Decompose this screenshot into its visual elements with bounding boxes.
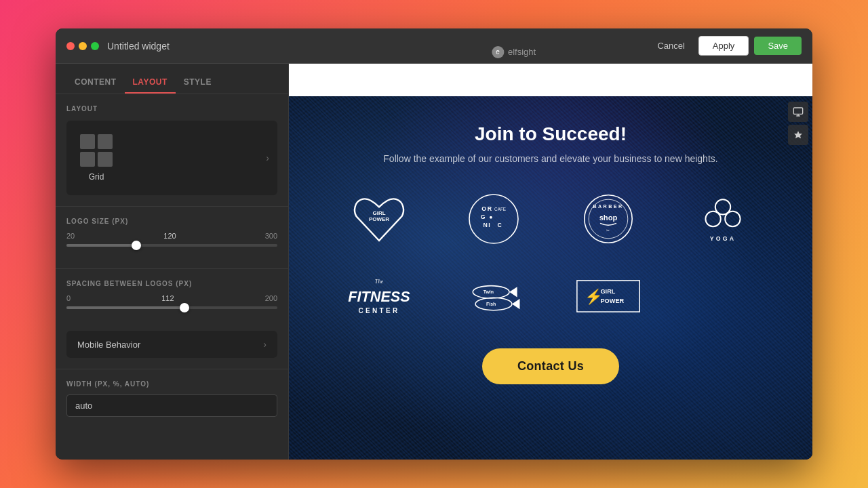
tab-layout[interactable]: LAYOUT — [125, 72, 176, 94]
grid-cell — [98, 134, 113, 149]
svg-rect-0 — [793, 108, 802, 114]
elfsight-logo-icon: e — [492, 46, 504, 58]
preview-header-bar — [289, 64, 812, 96]
logo-size-values: 20 120 300 — [66, 232, 277, 240]
minimize-button[interactable] — [79, 42, 87, 50]
svg-marker-25 — [509, 287, 517, 297]
svg-text:CAFE: CAFE — [494, 207, 506, 211]
mobile-behavior-label: Mobile Behavior — [77, 340, 140, 350]
tab-content[interactable]: CONTENT — [66, 72, 125, 94]
logo-item-yoga: YOGA — [673, 188, 772, 249]
logo-size-slider[interactable] — [66, 244, 277, 247]
mobile-behavior-row[interactable]: Mobile Behavior › — [66, 331, 277, 358]
svg-text:shop: shop — [599, 214, 617, 222]
layout-section: LAYOUT Grid › — [56, 94, 288, 206]
settings-view-button[interactable] — [788, 125, 808, 145]
logo-item-fitness: The FITNESS CENTER — [330, 266, 428, 327]
logo-size-fill — [66, 244, 136, 247]
svg-text:✂: ✂ — [606, 228, 610, 232]
layout-grid-container[interactable]: Grid › — [66, 121, 277, 195]
svg-text:G ●: G ● — [480, 214, 493, 220]
mobile-behavior-chevron-icon: › — [263, 339, 267, 350]
width-input[interactable] — [66, 394, 277, 417]
svg-text:GIRL: GIRL — [372, 210, 385, 216]
spacing-min: 0 — [66, 294, 71, 302]
grid-icon — [80, 134, 113, 167]
svg-text:C: C — [497, 222, 502, 228]
svg-text:CENTER: CENTER — [358, 307, 399, 314]
grid-cell — [98, 152, 113, 167]
logo-item-twin-fish: Twin Fish — [444, 266, 542, 327]
grid-label: Grid — [89, 172, 104, 182]
preview-title: Join to Succeed! — [475, 123, 627, 145]
width-section: WIDTH (PX, %, AUTO) — [56, 369, 288, 428]
svg-text:YOGA: YOGA — [709, 235, 736, 242]
preview-tools — [784, 96, 812, 150]
cancel-button[interactable]: Cancel — [649, 37, 692, 55]
svg-text:POWER: POWER — [368, 216, 389, 222]
logo-size-label: LOGO SIZE (PX) — [66, 218, 277, 225]
elfsight-logo: e elfsight — [492, 46, 536, 58]
spacing-current: 112 — [161, 294, 174, 302]
main-content: CONTENT LAYOUT STYLE LAYOUT Grid — [56, 64, 812, 460]
spacing-max: 200 — [265, 294, 277, 302]
logo-item-girl-power: GIRL POWER — [330, 188, 428, 249]
svg-text:OR: OR — [481, 205, 492, 212]
apply-button[interactable]: Apply — [698, 36, 749, 56]
logo-size-max: 300 — [265, 232, 277, 240]
svg-marker-27 — [511, 299, 519, 309]
svg-text:BARBER: BARBER — [593, 203, 623, 209]
svg-text:GIRL: GIRL — [600, 288, 615, 295]
spacing-thumb[interactable] — [180, 303, 189, 312]
svg-marker-3 — [794, 131, 802, 138]
spacing-values: 0 112 200 — [66, 294, 277, 302]
widget-name: Untitled widget — [107, 41, 378, 52]
grid-cell — [80, 152, 95, 167]
traffic-lights — [66, 42, 99, 50]
spacing-fill — [66, 306, 184, 309]
svg-text:NI: NI — [483, 222, 491, 228]
svg-point-18 — [705, 211, 720, 226]
svg-text:POWER: POWER — [600, 298, 624, 304]
maximize-button[interactable] — [91, 42, 99, 50]
logo-item-girl-power-2: ⚡ GIRL POWER — [559, 266, 657, 327]
svg-text:FITNESS: FITNESS — [348, 288, 410, 305]
layout-grid-inner: Grid — [80, 134, 113, 182]
spacing-section: SPACING BETWEEN LOGOS (PX) 0 112 200 — [56, 268, 288, 331]
svg-text:Twin: Twin — [483, 289, 493, 294]
preview-content: Join to Succeed! Follow the example of o… — [289, 96, 812, 460]
logo-size-min: 20 — [66, 232, 75, 240]
svg-text:The: The — [374, 279, 383, 285]
titlebar: Untitled widget e elfsight Cancel Apply … — [56, 28, 812, 64]
save-button[interactable]: Save — [754, 37, 802, 55]
desktop-view-button[interactable] — [788, 102, 808, 122]
tab-style[interactable]: STYLE — [176, 72, 220, 94]
logo-item-barber: BARBER shop ✂ — [559, 188, 657, 249]
contact-us-button[interactable]: Contact Us — [482, 348, 619, 384]
logo-item-empty — [673, 266, 772, 327]
grid-cell — [80, 134, 95, 149]
logo-item-organic: OR CAFE G ● NI C — [444, 188, 542, 249]
svg-point-19 — [725, 211, 740, 226]
width-label: WIDTH (PX, %, AUTO) — [66, 380, 277, 388]
logo-size-thumb[interactable] — [132, 241, 141, 250]
svg-text:Fish: Fish — [486, 302, 496, 306]
preview-area: Join to Succeed! Follow the example of o… — [289, 64, 812, 460]
preview-subtitle: Follow the example of our customers and … — [383, 153, 717, 164]
logos-grid: GIRL POWER OR CAFE G ● NI C — [330, 188, 772, 327]
elfsight-label: elfsight — [508, 47, 536, 57]
layout-label: LAYOUT — [66, 105, 277, 113]
spacing-label: SPACING BETWEEN LOGOS (PX) — [66, 280, 277, 287]
titlebar-actions: Cancel Apply Save — [649, 36, 802, 56]
layout-chevron-icon: › — [266, 152, 269, 163]
sidebar: CONTENT LAYOUT STYLE LAYOUT Grid — [56, 64, 289, 460]
logo-size-current: 120 — [163, 232, 176, 240]
sidebar-tabs: CONTENT LAYOUT STYLE — [56, 64, 288, 94]
spacing-slider[interactable] — [66, 306, 277, 309]
app-window: Untitled widget e elfsight Cancel Apply … — [56, 28, 812, 460]
close-button[interactable] — [66, 42, 75, 50]
logo-size-section: LOGO SIZE (PX) 20 120 300 — [56, 206, 288, 268]
